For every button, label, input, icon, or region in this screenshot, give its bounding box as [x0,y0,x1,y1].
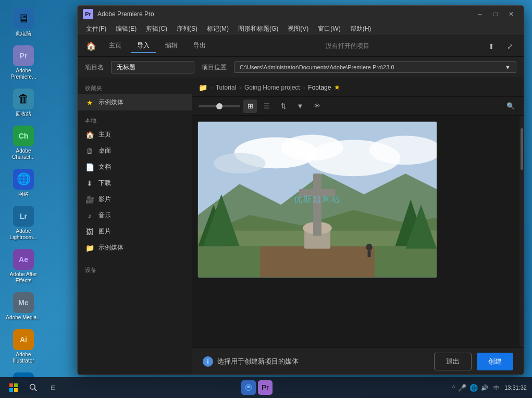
list-view-button[interactable]: ☰ [260,100,274,113]
sidebar-item-music[interactable]: ♪ 音乐 [78,207,192,223]
download-icon: ⬇ [85,179,94,188]
thumbnail-svg [198,121,437,278]
taskbar-time: 13:31:32 [504,384,527,391]
taskbar-center: Pr [241,380,273,395]
filter-button[interactable]: ▼ [293,100,307,113]
favorites-label: 收藏夹 [78,78,192,94]
breadcrumb-favorite-star[interactable]: ★ [334,83,340,91]
tab-export[interactable]: 导出 [187,39,212,53]
scrollbar[interactable] [519,116,524,347]
desktop-icon-recycle[interactable]: 🗑 回收站 [3,85,44,120]
breadcrumb-goinghome[interactable]: Going Home project [244,84,300,91]
network-icon-taskbar[interactable]: 🌐 [469,384,478,392]
volume-icon[interactable]: 🔊 [481,384,488,391]
taskview-button[interactable]: ⊟ [45,379,61,396]
premiere-icon-label: Adobe Premiere... [5,68,42,80]
recycle-icon: 🗑 [13,89,34,109]
premiere-logo: Pr [83,9,93,19]
media-content-area: 优斯姐网站 [192,116,524,347]
close-button[interactable]: ✕ [504,9,518,19]
media-icon: Me [13,292,34,313]
share-icon[interactable]: ⬆ [483,39,500,54]
window-title: Adobe Premiere Pro [97,10,154,18]
svg-rect-23 [14,388,18,392]
desktop-icon-media[interactable]: Me Adobe Media... [3,289,44,324]
svg-rect-22 [9,388,13,392]
sidebar-item-documents[interactable]: 📄 文档 [78,159,192,175]
expand-icon[interactable]: ⤢ [502,39,518,54]
menu-marker[interactable]: 标记(M) [203,23,233,34]
project-location-dropdown[interactable]: C:\Users\Administrator\Documents\Adobe\P… [234,61,516,73]
pictures-icon: 🖼 [85,228,94,236]
breadcrumb-sep-2: › [239,84,241,91]
sidebar-item-sample-media-local[interactable]: 📁 示例媒体 [78,240,192,256]
desktop-icon-aftereffects[interactable]: Ae Adobe After Effects [3,246,44,287]
project-name-input[interactable] [111,61,194,73]
illustrator-icon: Ai [13,329,34,350]
folder-icon: 📁 [85,244,94,252]
sort-button[interactable]: ⇅ [277,100,290,113]
start-button[interactable] [5,379,22,396]
sidebar-item-sample-media-favorites[interactable]: ★ 示例媒体 [78,94,192,110]
menu-sequence[interactable]: 序列(S) [172,23,202,34]
scroll-thumb[interactable] [521,128,523,170]
tab-home[interactable]: 主页 [103,39,128,53]
taskbar-premiere-icon[interactable]: Pr [258,380,273,395]
menu-graphics[interactable]: 图形和标题(G) [234,23,282,34]
breadcrumb-sep-1: › [211,84,213,91]
toolbar-right: ⬆ ⤢ [483,39,518,54]
panel-body: 收藏夹 ★ 示例媒体 本地 🏠 主页 🖥 桌面 📄 文档 [78,78,524,375]
svg-rect-19 [368,251,371,257]
sidebar-home-label: 主页 [98,130,111,139]
lightroom-icon: Lr [13,206,34,227]
list-item[interactable]: 优斯姐网站 [197,121,437,278]
menu-view[interactable]: 视图(V) [283,23,313,34]
desktop-icon-computer[interactable]: 🖥 此电脑 [3,5,44,40]
preview-button[interactable]: 👁 [310,100,324,113]
maximize-button[interactable]: □ [488,9,503,19]
tab-edit[interactable]: 编辑 [159,39,184,53]
network-icon-label: 网络 [18,191,29,197]
menu-file[interactable]: 文件(F) [82,23,110,34]
character-icon-label: Adobe Charact... [5,148,42,160]
menu-edit[interactable]: 编辑(E) [112,23,141,34]
sidebar-item-pictures[interactable]: 🖼 图片 [78,223,192,240]
zoom-slider[interactable] [199,105,240,107]
grid-view-button[interactable]: ⊞ [243,100,257,113]
desktop-icon-lightroom[interactable]: Lr Adobe Lightroom... [3,203,44,244]
desktop-icons-container: 🖥 此电脑 Pr Adobe Premiere... 🗑 回收站 Ch Adob… [0,0,73,398]
zoom-slider-thumb[interactable] [216,103,222,109]
computer-icon: 🖥 [13,8,34,29]
cancel-button[interactable]: 退出 [434,353,472,370]
minimize-button[interactable]: – [473,9,487,19]
search-taskbar-button[interactable] [25,379,42,396]
sidebar-item-movies[interactable]: 🎥 影片 [78,191,192,207]
breadcrumb-tutorial[interactable]: Tutorial [216,84,237,91]
document-icon: 📄 [85,163,94,171]
menu-window[interactable]: 窗口(W) [314,23,344,34]
menu-clip[interactable]: 剪辑(C) [142,23,171,34]
desktop-icon-network[interactable]: 🌐 网络 [3,166,44,201]
breadcrumb-footage[interactable]: Footage [308,84,331,91]
main-toolbar: 🏠 主页 导入 编辑 导出 没有打开的项目 ⬆ ⤢ [78,36,524,57]
desktop: 🖥 此电脑 Pr Adobe Premiere... 🗑 回收站 Ch Adob… [0,0,532,398]
sidebar-item-desktop[interactable]: 🖥 桌面 [78,143,192,159]
tab-import[interactable]: 导入 [131,39,156,53]
taskbar-edge-icon[interactable] [241,380,256,395]
desktop-icon-illustrator[interactable]: Ai Adobe Illustrator [3,326,44,367]
desktop-icon-character[interactable]: Ch Adobe Charact... [3,122,44,164]
system-tray-caret[interactable]: ^ [452,384,455,391]
sidebar-item-downloads[interactable]: ⬇ 下载 [78,175,192,191]
menu-help[interactable]: 帮助(H) [346,23,376,34]
microphone-icon[interactable]: 🎤 [458,384,466,392]
sidebar-movies-label: 影片 [98,195,111,204]
title-bar: Pr Adobe Premiere Pro – □ ✕ [78,6,524,22]
main-panel: 📁 › Tutorial › Going Home project › Foot… [192,78,524,375]
search-button[interactable]: 🔍 [504,100,517,113]
sidebar-item-home[interactable]: 🏠 主页 [78,127,192,143]
create-button[interactable]: 创建 [477,353,513,370]
home-icon-btn[interactable]: 🏠 [83,39,100,54]
sidebar-music-label: 音乐 [98,211,111,220]
svg-rect-8 [260,246,374,278]
desktop-icon-premiere[interactable]: Pr Adobe Premiere... [3,42,44,83]
